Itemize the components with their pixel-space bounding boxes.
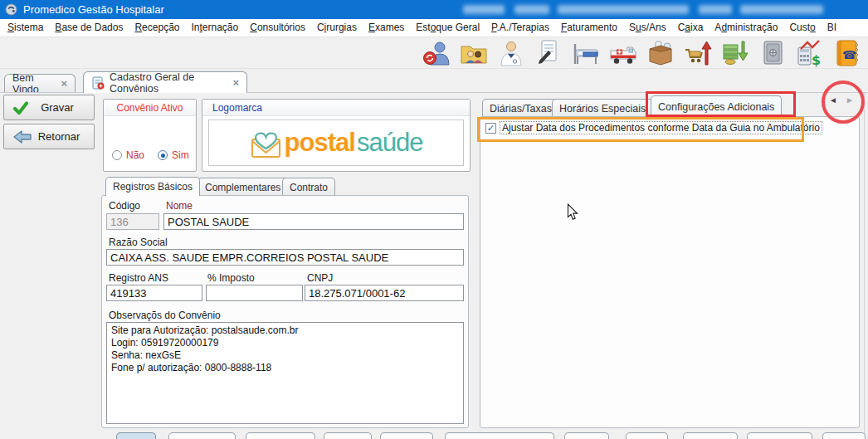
tab-cadastro-geral-convenios[interactable]: Cadastro Geral de Convênios ×	[83, 71, 247, 93]
tab-registros-basicos[interactable]: Registros Básicos	[105, 177, 200, 196]
bottom-tab[interactable]	[445, 432, 554, 439]
billing-icon[interactable]: $	[796, 39, 824, 67]
brand-saude: saúde	[357, 128, 422, 158]
convenio-ativo-title: Convênio Ativo	[104, 100, 196, 116]
tab-complementares[interactable]: Complementares	[197, 178, 288, 196]
patients-folder-icon[interactable]	[460, 39, 488, 67]
title-bar: Promedico Gestão Hospitalar	[0, 0, 868, 19]
redacted-text	[463, 5, 505, 14]
tab-label: Cadastro Geral de Convênios	[110, 71, 227, 95]
radio-nao[interactable]: Não	[112, 149, 144, 161]
tab-scroll-right-icon[interactable]: ►	[846, 95, 854, 105]
menu-item-caixa[interactable]: Caixa	[672, 19, 710, 37]
menu-item-interna-o[interactable]: Internação	[185, 19, 244, 37]
return-button[interactable]: Retornar	[3, 124, 95, 149]
app-title: Promedico Gestão Hospitalar	[23, 3, 164, 16]
app-window: { "window": { "title": "Promedico Gestão…	[0, 0, 868, 439]
radio-dot	[158, 150, 168, 160]
tab-horarios-especiais[interactable]: Horários Especiais	[552, 99, 653, 117]
cnpj-input[interactable]	[305, 285, 464, 301]
app-icon	[5, 3, 17, 16]
codigo-input[interactable]	[106, 213, 159, 230]
bottom-tab[interactable]	[168, 432, 236, 439]
menu-item-p-a-terapias[interactable]: P.A./Terapias	[485, 19, 555, 37]
svg-text:$: $	[812, 52, 821, 67]
imposto-input[interactable]	[206, 285, 303, 301]
save-button-label: Gravar	[29, 101, 85, 114]
phonebook-icon[interactable]: ☎	[833, 39, 861, 67]
return-button-label: Retornar	[32, 130, 85, 143]
menu-item-faturamento[interactable]: Faturamento	[555, 19, 623, 37]
tab-contrato[interactable]: Contrato	[282, 178, 335, 196]
bottom-tab[interactable]	[564, 432, 609, 439]
observacoes-textarea[interactable]: Site para Autorização: postalsaude.com.b…	[106, 322, 464, 424]
redacted-text	[740, 5, 823, 14]
left-arrow-icon	[12, 130, 32, 144]
bottom-tab[interactable]	[822, 432, 866, 439]
close-icon[interactable]: ×	[61, 78, 67, 89]
close-icon[interactable]: ×	[232, 77, 239, 88]
menu-item-custo[interactable]: Custo	[783, 19, 821, 37]
convenio-ativo-group: Convênio Ativo Não Sim	[103, 99, 197, 172]
check-glyph: ✓	[487, 124, 495, 133]
menu-item-sistema[interactable]: Sistema	[2, 19, 49, 37]
ajustar-data-checkbox-row[interactable]: ✓ Ajustar Data dos Procedimentos conform…	[485, 122, 822, 134]
stock-entry-icon[interactable]	[684, 39, 712, 67]
logomarca-group: Logomarca postal saúde	[202, 99, 471, 172]
bottom-tab[interactable]	[116, 432, 156, 439]
tab-configuracoes-adicionais[interactable]: Configurações Adicionais	[651, 95, 782, 117]
menu-item-recep-o[interactable]: Recepção	[129, 19, 185, 37]
svg-text:☎: ☎	[842, 48, 856, 61]
window-edge-line	[864, 93, 865, 439]
menu-item-bi[interactable]: BI	[822, 19, 842, 37]
codigo-label: Código	[109, 200, 140, 212]
save-button[interactable]: Gravar	[3, 95, 95, 120]
redacted-text	[558, 5, 689, 14]
mouse-cursor	[567, 203, 578, 223]
stock-box-icon[interactable]	[646, 39, 675, 67]
nome-label: Nome	[166, 200, 193, 212]
menu-bar: SistemaBase de DadosRecepçãoInternaçãoCo…	[0, 19, 868, 37]
bottom-tab[interactable]	[246, 432, 315, 439]
postal-saude-logo-icon	[250, 129, 283, 159]
radio-sim[interactable]: Sim	[158, 149, 189, 161]
nome-input[interactable]	[163, 213, 464, 230]
doctor-icon[interactable]	[497, 39, 525, 67]
redacted-text	[514, 5, 549, 14]
radio-dot	[112, 150, 122, 160]
registro-ans-input[interactable]	[106, 285, 202, 301]
bottom-tab[interactable]	[380, 432, 433, 439]
tab-bem-vindo[interactable]: Bem Vindo ×	[4, 74, 76, 92]
ambulance-icon[interactable]	[609, 39, 637, 67]
menu-item-estoque-geral[interactable]: Estoque Geral	[410, 19, 485, 37]
razao-social-input[interactable]	[106, 249, 464, 266]
razao-social-label: Razão Social	[109, 237, 168, 248]
menu-item-base-de-dados[interactable]: Base de Dados	[49, 19, 129, 37]
cnpj-label: CNPJ	[307, 272, 333, 284]
checkbox-icon[interactable]: ✓	[485, 123, 496, 134]
hospital-bed-icon[interactable]	[572, 39, 600, 67]
bottom-tab[interactable]	[324, 432, 372, 439]
bottom-tab[interactable]	[683, 432, 738, 439]
safe-icon[interactable]	[758, 39, 787, 67]
bottom-tab[interactable]	[626, 432, 668, 439]
brand-postal: postal	[285, 128, 355, 158]
bottom-tab[interactable]	[747, 432, 812, 439]
menu-item-exames[interactable]: Exames	[363, 19, 410, 37]
tab-scroll-left-icon[interactable]: ◄	[829, 95, 837, 105]
menu-item-sus-ans[interactable]: Sus/Ans	[623, 19, 672, 37]
tab-diarias-taxas[interactable]: Diárias/Taxas	[482, 99, 559, 117]
redacted-text	[699, 5, 732, 14]
patient-sync-icon[interactable]	[422, 39, 451, 67]
menu-item-administra-o[interactable]: Administração	[709, 19, 783, 37]
menu-item-consult-rios[interactable]: Consultórios	[244, 19, 311, 37]
form-badge-icon	[91, 76, 105, 90]
contract-icon[interactable]	[534, 39, 563, 67]
imposto-label: % Imposto	[207, 272, 255, 284]
observacoes-label: Observaçõs do Convênio	[109, 310, 221, 321]
registro-ans-label: Registro ANS	[109, 272, 168, 284]
logo-frame: postal saúde	[208, 120, 464, 166]
menu-item-cirurgias[interactable]: Cirurgias	[311, 19, 363, 37]
configuracoes-adicionais-page	[480, 116, 860, 428]
payment-exit-icon[interactable]	[721, 39, 749, 67]
